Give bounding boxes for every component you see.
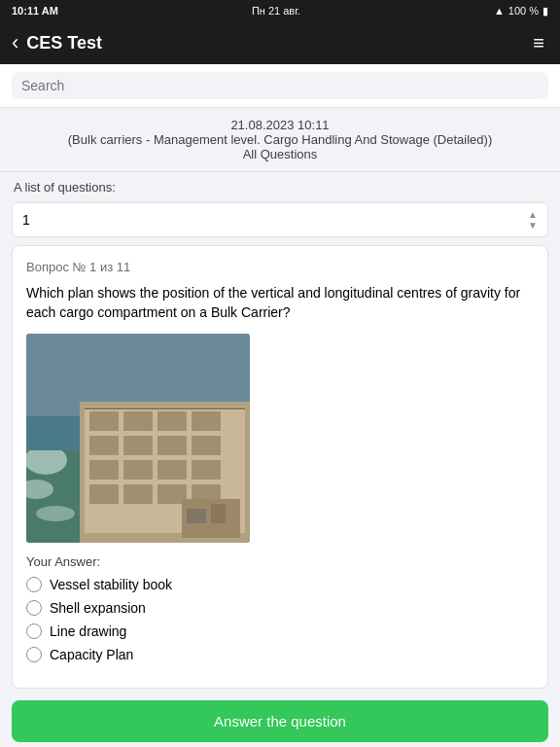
- info-category: (Bulk carriers - Management level. Cargo…: [12, 132, 548, 147]
- search-input[interactable]: [12, 72, 548, 99]
- back-button[interactable]: ‹: [12, 32, 18, 53]
- selector-stepper[interactable]: ▲ ▼: [528, 209, 538, 231]
- svg-rect-19: [158, 460, 187, 480]
- answer-option[interactable]: Capacity Plan: [26, 647, 534, 662]
- status-day: Пн 21 авг.: [252, 5, 300, 17]
- svg-rect-12: [192, 411, 221, 431]
- info-date: 21.08.2023 10:11: [12, 118, 548, 132]
- info-scope: All Questions: [12, 147, 548, 161]
- option-label: Capacity Plan: [50, 647, 133, 662]
- battery-label: 100 %: [508, 5, 539, 17]
- wifi-icon: ▲: [494, 5, 505, 17]
- question-card: Вопрос № 1 из 11 Which plan shows the po…: [12, 245, 548, 689]
- ship-image-svg: [26, 334, 250, 543]
- option-label: Vessel stability book: [50, 577, 172, 592]
- question-selector[interactable]: 1 ▲ ▼: [12, 202, 548, 237]
- battery-icon: ▮: [542, 5, 548, 18]
- question-text: Which plan shows the position of the ver…: [26, 284, 534, 322]
- status-indicators: ▲ 100 % ▮: [494, 5, 548, 18]
- svg-rect-10: [123, 411, 153, 431]
- page-title: CES Test: [26, 33, 529, 53]
- list-label: A list of questions:: [0, 172, 560, 198]
- arrow-down-icon: ▼: [528, 220, 538, 231]
- answer-option[interactable]: Line drawing: [26, 623, 534, 639]
- radio-circle: [26, 577, 42, 592]
- question-number: Вопрос № 1 из 11: [26, 260, 534, 274]
- nav-bar: ‹ CES Test ≡: [0, 21, 560, 64]
- arrow-up-icon: ▲: [528, 209, 538, 220]
- svg-rect-22: [123, 484, 153, 504]
- svg-rect-18: [123, 460, 153, 480]
- your-answer-label: Your Answer:: [26, 554, 534, 569]
- svg-rect-21: [89, 484, 119, 504]
- buttons-container: Answer the question Skip Finish: [0, 700, 560, 747]
- status-bar: 10:11 AM Пн 21 авг. ▲ 100 % ▮: [0, 0, 560, 21]
- svg-rect-27: [187, 509, 206, 523]
- radio-circle: [26, 600, 42, 616]
- radio-circle: [26, 623, 42, 639]
- answer-button[interactable]: Answer the question: [12, 700, 548, 742]
- menu-button[interactable]: ≡: [529, 28, 548, 58]
- status-time: 10:11 AM: [12, 5, 58, 17]
- svg-rect-13: [89, 436, 119, 455]
- svg-rect-17: [89, 460, 119, 480]
- question-image: [26, 334, 250, 543]
- svg-rect-16: [192, 436, 221, 455]
- option-label: Line drawing: [50, 623, 126, 639]
- answer-options: Vessel stability book Shell expansion Li…: [26, 577, 534, 662]
- svg-rect-9: [89, 411, 119, 431]
- option-label: Shell expansion: [50, 600, 146, 616]
- radio-circle: [26, 647, 42, 662]
- svg-rect-14: [123, 436, 153, 455]
- svg-point-4: [36, 506, 75, 521]
- svg-rect-11: [158, 411, 187, 431]
- answer-option[interactable]: Vessel stability book: [26, 577, 534, 592]
- svg-rect-20: [192, 460, 221, 480]
- search-container: [0, 64, 560, 108]
- answer-option[interactable]: Shell expansion: [26, 600, 534, 616]
- svg-rect-15: [158, 436, 187, 455]
- svg-rect-28: [211, 504, 226, 523]
- selector-value: 1: [22, 212, 30, 228]
- info-block: 21.08.2023 10:11 (Bulk carriers - Manage…: [0, 108, 560, 172]
